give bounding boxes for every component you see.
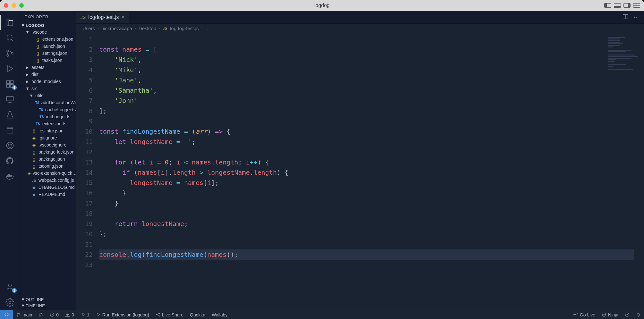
activity-remote-explorer-icon[interactable] <box>0 92 20 107</box>
file-.eslintrc.json[interactable]: {}.eslintrc.json <box>20 127 76 134</box>
breadcrumb-segment[interactable]: logdog-test.js <box>170 26 199 31</box>
activity-scm-icon[interactable] <box>0 46 20 61</box>
breadcrumb-segment[interactable]: nickmezacapa <box>101 26 132 31</box>
timeline-section[interactable]: ▶ TIMELINE <box>20 303 76 309</box>
minimap[interactable] <box>606 33 644 75</box>
file-extension.ts[interactable]: TSextension.ts <box>20 120 76 127</box>
code-line[interactable]: 'Mike', <box>99 65 644 75</box>
code-line[interactable]: 'Nick', <box>99 55 644 65</box>
activity-github-icon[interactable] <box>0 153 20 169</box>
activity-explorer-icon[interactable] <box>0 15 20 30</box>
svg-point-42 <box>625 313 629 316</box>
file-vsc-extension-quick…[interactable]: ◈vsc-extension-quick… <box>20 170 76 177</box>
close-tab-icon[interactable]: × <box>122 14 124 20</box>
split-editor-icon[interactable] <box>622 13 629 21</box>
breadcrumb-segment[interactable]: Desktop <box>139 26 156 31</box>
status-flame[interactable]: 1 <box>77 310 93 319</box>
file-README.md[interactable]: ◆README.md <box>20 191 76 198</box>
activity-copilot-icon[interactable] <box>0 138 20 153</box>
activity-testing-icon[interactable] <box>0 107 20 122</box>
activity-accounts-icon[interactable]: 1 <box>0 279 20 295</box>
code-line[interactable]: if (names[i].length > longestName.length… <box>99 167 644 178</box>
code-line[interactable]: longestName = names[i]; <box>99 178 644 188</box>
activity-settings-gear-icon[interactable] <box>0 295 20 310</box>
file-CHANGELOG.md[interactable]: ◆CHANGELOG.md <box>20 184 76 191</box>
svg-rect-7 <box>10 81 13 84</box>
status-quokka[interactable]: Quokka <box>187 310 208 319</box>
breadcrumb-segment[interactable]: … <box>205 26 210 31</box>
code-line[interactable]: } <box>99 188 644 198</box>
status-check[interactable] <box>622 310 633 319</box>
code-line[interactable]: const names = [ <box>99 44 644 55</box>
status-error[interactable]: 0 <box>47 310 62 319</box>
file-.gitignore[interactable]: ◈.gitignore <box>20 134 76 141</box>
editor-tab[interactable]: JS logdog-test.js × <box>76 11 129 23</box>
file-cacheLogger.ts[interactable]: TScacheLogger.ts <box>20 106 76 113</box>
minimize-window-button[interactable] <box>12 3 16 8</box>
code-line[interactable]: 'Jane', <box>99 75 644 85</box>
status-play[interactable]: Run Extension (logdog) <box>93 310 152 319</box>
code-line[interactable]: 'John' <box>99 96 644 106</box>
activity-docker-icon[interactable] <box>0 169 20 184</box>
code-line[interactable]: }; <box>99 229 644 239</box>
activity-run-debug-icon[interactable] <box>0 61 20 76</box>
close-window-button[interactable] <box>4 3 8 8</box>
status-warning[interactable]: 0 <box>62 310 77 319</box>
code-editor[interactable]: 1234567891011121314151617181920212223 co… <box>76 33 644 310</box>
file-package-lock.json[interactable]: {}package-lock.json <box>20 148 76 155</box>
code-line[interactable] <box>99 116 644 126</box>
file-tsconfig.json[interactable]: {}tsconfig.json <box>20 163 76 170</box>
code-line[interactable] <box>99 34 644 44</box>
breadcrumb[interactable]: Users›nickmezacapa›Desktop›JSlogdog-test… <box>76 24 644 33</box>
more-actions-icon[interactable]: ⋯ <box>634 14 639 20</box>
file-tasks.json[interactable]: {}tasks.json <box>20 57 76 64</box>
toggle-secondary-sidebar-icon[interactable] <box>623 3 631 8</box>
code-line[interactable]: return longestName; <box>99 219 644 229</box>
activity-extensions-icon[interactable]: 4 <box>0 76 20 92</box>
folder-.vscode[interactable]: ▶.vscode <box>20 29 76 36</box>
outline-section[interactable]: ▶ OUTLINE <box>20 297 76 303</box>
file-package.json[interactable]: {}package.json <box>20 155 76 163</box>
status-sync[interactable] <box>35 310 47 319</box>
toggle-primary-sidebar-icon[interactable] <box>604 3 611 8</box>
folder-section-header[interactable]: ▶ LOGDOG <box>20 22 76 29</box>
code-line[interactable]: const findLongestName = (arr) => { <box>99 126 644 137</box>
code-line[interactable]: for (let i = 0; i < names.length; i++) { <box>99 157 644 167</box>
folder-dist[interactable]: ▶dist <box>20 71 76 78</box>
folder-node_modules[interactable]: ▶node_modules <box>20 78 76 85</box>
file-addDecorationWi…[interactable]: TSaddDecorationWi… <box>20 99 76 106</box>
folder-utils[interactable]: ▶utils <box>20 92 76 99</box>
activity-references-icon[interactable] <box>0 122 20 138</box>
code-line[interactable] <box>99 239 644 249</box>
customize-layout-icon[interactable] <box>633 3 640 8</box>
code-line[interactable] <box>99 208 644 219</box>
code-line[interactable] <box>99 147 644 157</box>
code-line[interactable]: } <box>99 198 644 208</box>
activity-search-icon[interactable] <box>0 30 20 46</box>
status-ninja[interactable]: Ninja <box>598 310 622 319</box>
code-line[interactable]: console.log(findLongestName(names)); <box>99 249 634 260</box>
file-launch.json[interactable]: {}launch.json <box>20 43 76 50</box>
code-line[interactable] <box>99 260 644 270</box>
file-.vscodeignore[interactable]: ◈.vscodeignore <box>20 141 76 148</box>
code-line[interactable]: 'Samantha', <box>99 85 644 96</box>
file-webpack.config.js[interactable]: JSwebpack.config.js <box>20 177 76 184</box>
folder-assets[interactable]: ▶assets <box>20 64 76 71</box>
file-settings.json[interactable]: {}settings.json <box>20 50 76 57</box>
file-extensions.json[interactable]: {}extensions.json <box>20 36 76 43</box>
status-bell[interactable] <box>633 310 644 319</box>
folder-src[interactable]: ▶src <box>20 85 76 92</box>
status-branch[interactable]: main <box>13 310 35 319</box>
status-share[interactable]: Live Share <box>152 310 187 319</box>
toggle-panel-icon[interactable] <box>614 3 621 8</box>
status-broadcast[interactable]: Go Live <box>570 310 598 319</box>
code-line[interactable]: let longestName = ''; <box>99 137 644 147</box>
sidebar-more-icon[interactable]: ⋯ <box>67 14 72 19</box>
code-line[interactable]: ]; <box>99 106 644 116</box>
maximize-window-button[interactable] <box>19 3 24 8</box>
breadcrumb-segment[interactable]: Users <box>82 26 95 31</box>
code-content[interactable]: const names = [ 'Nick', 'Mike', 'Jane', … <box>99 33 644 310</box>
status-wallaby[interactable]: Wallaby <box>208 310 231 319</box>
remote-indicator[interactable] <box>0 310 13 319</box>
file-initLogger.ts[interactable]: TSinitLogger.ts <box>20 113 76 120</box>
